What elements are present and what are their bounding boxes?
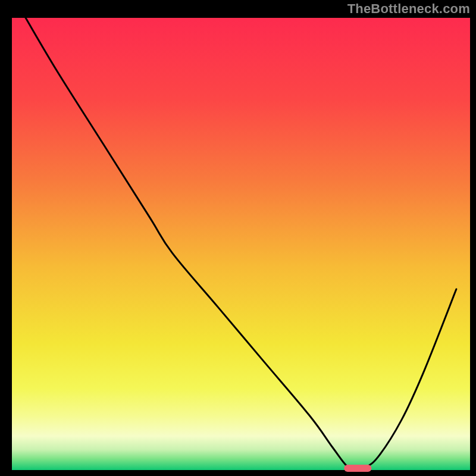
bottleneck-chart: TheBottleneck.com	[0, 0, 476, 476]
optimal-marker	[344, 465, 371, 472]
plot-background	[12, 18, 470, 470]
chart-svg	[0, 0, 476, 476]
watermark: TheBottleneck.com	[347, 1, 470, 17]
